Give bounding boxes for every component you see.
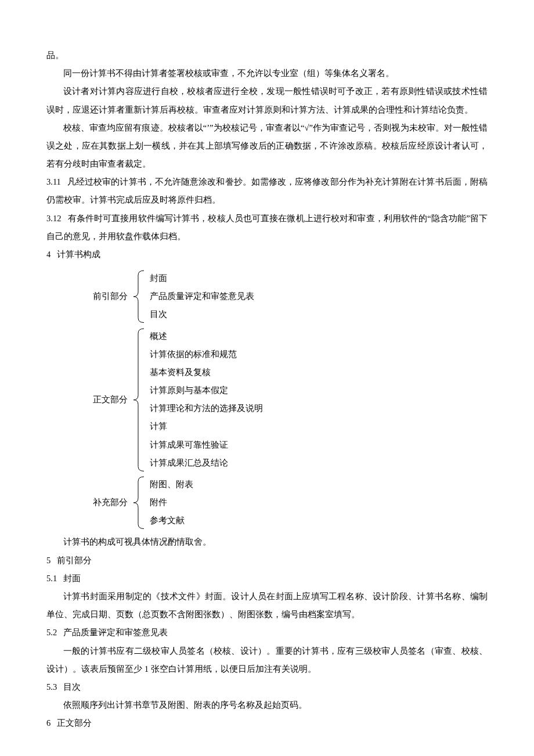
brace-group: 补充部分附图、附表附件参考文献 [81,476,488,530]
brace-group-label: 前引部分 [81,287,132,305]
body-paragraph: 一般的计算书应有二级校审人员签名（校核、设计）。重要的计算书，应有三级校审人员签… [46,642,488,678]
brace-group-body: 概述计算依据的标准和规范基本资料及复核计算原则与基本假定计算理论和方法的选择及说… [132,327,263,472]
section-5-1-heading: 5.1 封面 [46,570,488,588]
subsection-title-text: 产品质量评定和审签意见表 [63,628,168,637]
brace-item: 封面 [150,269,254,287]
brace-item: 参考文献 [150,512,193,530]
document-page: 品。 同一份计算书不得由计算者签署校核或审查，不允许以专业室（组）等集体名义署名… [0,0,534,756]
subsection-title-text: 目次 [63,682,81,692]
brace-group-label: 正文部分 [81,391,132,409]
brace-item: 计算原则与基本假定 [150,381,263,399]
section-number: 6 [46,718,50,728]
clause-text: 凡经过校审的计算书，不允许随意涂改和誊抄。如需修改，应将修改部分作为补充计算附在… [46,177,488,204]
section-number: 5 [46,556,50,565]
section-5-3-heading: 5.3 目次 [46,678,488,696]
body-paragraph: 同一份计算书不得由计算者签署校核或审查，不允许以专业室（组）等集体名义署名。 [46,64,488,82]
section-title-text: 计算书构成 [57,250,100,259]
section-number: 4 [46,250,50,259]
subsection-number: 5.2 [46,628,57,637]
body-paragraph: 设计者对计算内容应进行自校，校核者应进行全校，发现一般性错误时可予改正，若有原则… [46,82,488,118]
brace-item: 计算 [150,417,263,435]
section-5-2-heading: 5.2 产品质量评定和审签意见表 [46,624,488,642]
clause-text: 有条件时可直接用软件编写计算书，校核人员也可直接在微机上进行校对和审查，利用软件… [46,214,488,241]
clause-number: 3.12 [46,214,61,223]
brace-item: 附件 [150,494,193,512]
brace-group: 前引部分封面产品质量评定和审签意见表目次 [81,269,488,324]
brace-item: 产品质量评定和审签意见表 [150,287,254,305]
brace-group-body: 封面产品质量评定和审签意见表目次 [132,269,254,324]
fragment-continuation: 品。 [46,46,488,64]
section-4-heading: 4 计算书构成 [46,246,488,264]
body-paragraph: 校核、审查均应留有痕迹。校核者以“’”为校核记号，审查者以“√”作为审查记号，否… [46,119,488,174]
brace-items: 概述计算依据的标准和规范基本资料及复核计算原则与基本假定计算理论和方法的选择及说… [145,327,263,472]
brace-item: 计算成果可靠性验证 [150,436,263,454]
body-paragraph: 计算书的构成可视具体情况酌情取舍。 [46,533,488,551]
brace-item: 计算理论和方法的选择及说明 [150,399,263,417]
brace-item: 目次 [150,305,254,323]
clause-3-11: 3.11 凡经过校审的计算书，不允许随意涂改和誊抄。如需修改，应将修改部分作为补… [46,173,488,209]
curly-brace-icon [132,327,145,472]
section-5-heading: 5 前引部分 [46,552,488,570]
brace-item: 概述 [150,327,263,345]
brace-group-body: 附图、附表附件参考文献 [132,476,193,530]
structure-brace-diagram: 前引部分封面产品质量评定和审签意见表目次正文部分概述计算依据的标准和规范基本资料… [81,269,488,530]
brace-item: 附图、附表 [150,476,193,494]
clause-3-12: 3.12 有条件时可直接用软件编写计算书，校核人员也可直接在微机上进行校对和审查… [46,210,488,246]
brace-group: 正文部分概述计算依据的标准和规范基本资料及复核计算原则与基本假定计算理论和方法的… [81,327,488,472]
brace-item: 计算成果汇总及结论 [150,454,263,472]
section-title-text: 正文部分 [57,718,92,728]
curly-brace-icon [132,476,145,530]
brace-group-label: 补充部分 [81,494,132,512]
subsection-number: 5.1 [46,574,57,583]
clause-number: 3.11 [46,177,61,186]
body-paragraph: 计算书封面采用制定的《技术文件》封面。设计人员在封面上应填写工程名称、设计阶段、… [46,588,488,624]
body-paragraph: 依照顺序列出计算书章节及附图、附表的序号名称及起始页码。 [46,696,488,714]
section-6-heading: 6 正文部分 [46,714,488,732]
curly-brace-icon [132,269,145,324]
section-title-text: 前引部分 [57,556,92,565]
brace-items: 附图、附表附件参考文献 [145,476,193,530]
subsection-title-text: 封面 [63,574,81,583]
brace-item: 基本资料及复核 [150,363,263,381]
brace-item: 计算依据的标准和规范 [150,345,263,363]
brace-items: 封面产品质量评定和审签意见表目次 [145,269,254,324]
subsection-number: 5.3 [46,682,57,692]
